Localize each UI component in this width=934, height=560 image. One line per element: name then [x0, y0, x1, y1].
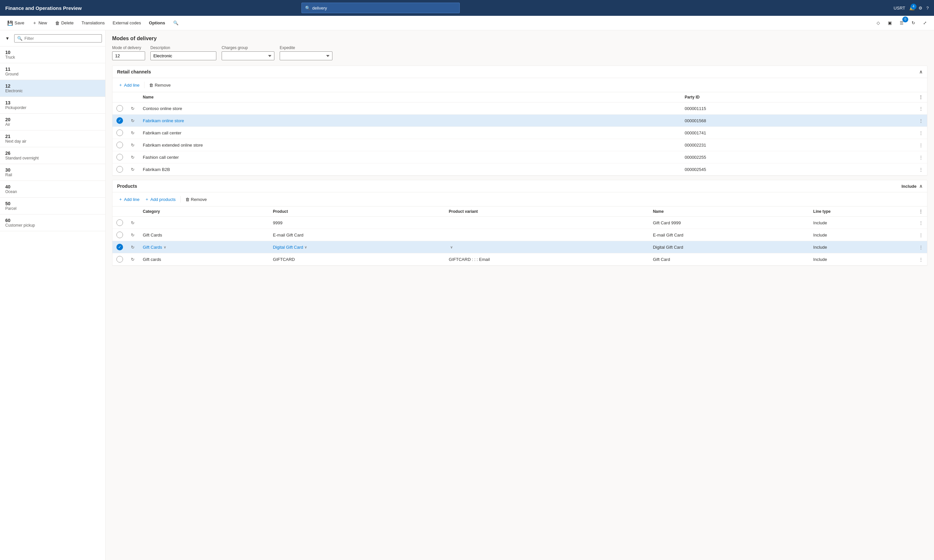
row-checkbox[interactable]: ✓	[113, 115, 127, 127]
sidebar-item-12[interactable]: 12Electronic	[0, 80, 105, 97]
th-prod-category: Category	[139, 206, 269, 217]
products-header-right: Include ∧	[902, 183, 922, 189]
app-title: Finance and Operations Preview	[5, 5, 82, 11]
username: USRT	[894, 6, 905, 11]
table-row[interactable]: ↻ Fabrikam extended online store 0000022…	[113, 139, 927, 151]
table-row[interactable]: ↻ Fashion call center 000002255 ⋮	[113, 151, 927, 163]
sidebar-item-60[interactable]: 60Customer pickup	[0, 214, 105, 231]
expand-button[interactable]: ⤢	[920, 18, 930, 28]
prod-category[interactable]: Gift Cards ∨	[139, 241, 269, 253]
rc-partyid: 000001568	[681, 115, 915, 127]
sidebar-item-50[interactable]: 50Parcel	[0, 198, 105, 214]
delete-icon: 🗑	[55, 20, 60, 26]
prod-more[interactable]: ⋮	[915, 229, 927, 241]
row-refresh[interactable]: ↻	[127, 217, 139, 229]
sidebar-item-11[interactable]: 11Ground	[0, 63, 105, 80]
right-icons: USRT 🔔 4 ⚙ ?	[894, 6, 929, 11]
table-row[interactable]: ↻ Gift Cards E-mail Gift Card E-mail Gif…	[113, 229, 927, 241]
rc-more[interactable]: ⋮	[915, 151, 927, 163]
save-button[interactable]: 💾 Save	[4, 18, 28, 28]
settings-button[interactable]: ⚙	[919, 6, 922, 11]
description-input[interactable]	[150, 51, 216, 60]
row-refresh[interactable]: ↻	[127, 127, 139, 139]
row-refresh[interactable]: ↻	[127, 115, 139, 127]
row-checkbox[interactable]	[113, 102, 127, 115]
filter-input[interactable]	[25, 36, 99, 41]
table-row[interactable]: ↻ Gift cards GIFTCARD GIFTCARD : : : Ema…	[113, 253, 927, 266]
rc-more[interactable]: ⋮	[915, 115, 927, 127]
rc-more[interactable]: ⋮	[915, 139, 927, 151]
th-prod-more[interactable]: ⋮	[915, 206, 927, 217]
table-row[interactable]: ✓ ↻ Gift Cards ∨ Digital Gift Card ∨ ∨ D…	[113, 241, 927, 253]
search-input[interactable]	[312, 6, 456, 11]
counter-button[interactable]: ☰ 0	[896, 18, 907, 28]
sidebar-item-20[interactable]: 20Air	[0, 114, 105, 131]
charges-group-select[interactable]	[222, 51, 275, 60]
sidebar-filter-icon[interactable]: ▼	[3, 33, 12, 43]
table-row[interactable]: ✓ ↻ Fabrikam online store 000001568 ⋮	[113, 115, 927, 127]
prod-remove-button[interactable]: 🗑 Remove	[184, 196, 209, 203]
th-rc-more[interactable]: ⋮	[915, 92, 927, 102]
th-rc-check	[113, 92, 127, 102]
prod-more[interactable]: ⋮	[915, 241, 927, 253]
row-refresh[interactable]: ↻	[127, 229, 139, 241]
table-row[interactable]: ↻ Fabrikam B2B 000002545 ⋮	[113, 163, 927, 175]
prod-name: Gift Card 9999	[649, 217, 809, 229]
expedite-select[interactable]	[280, 51, 332, 60]
row-checkbox[interactable]	[113, 253, 127, 266]
products-collapse[interactable]: ∧	[919, 183, 922, 189]
refresh-button[interactable]: ↻	[908, 18, 919, 28]
sidebar-item-10[interactable]: 10Truck	[0, 46, 105, 63]
sidebar-item-21[interactable]: 21Next day air	[0, 131, 105, 147]
rc-more[interactable]: ⋮	[915, 127, 927, 139]
row-checkbox[interactable]	[113, 127, 127, 139]
row-checkbox[interactable]: ✓	[113, 241, 127, 253]
sidebar-item-30[interactable]: 30Rail	[0, 164, 105, 181]
new-icon: ＋	[32, 20, 37, 26]
row-refresh[interactable]: ↻	[127, 139, 139, 151]
diamond-button[interactable]: ◇	[873, 18, 883, 28]
row-refresh[interactable]: ↻	[127, 102, 139, 115]
sidebar-item-40[interactable]: 40Ocean	[0, 181, 105, 198]
row-refresh[interactable]: ↻	[127, 163, 139, 175]
sidebar-list: 10Truck11Ground12Electronic13Pickuporder…	[0, 46, 105, 560]
search-cmd-button[interactable]: 🔍	[170, 18, 182, 28]
sidebar-item-13[interactable]: 13Pickuporder	[0, 97, 105, 114]
prod-product[interactable]: Digital Gift Card ∨	[269, 241, 445, 253]
prod-add-line-button[interactable]: ＋ Add line	[116, 195, 142, 203]
help-button[interactable]: ?	[926, 6, 929, 11]
row-checkbox[interactable]	[113, 151, 127, 163]
external-codes-button[interactable]: External codes	[110, 18, 144, 28]
row-checkbox[interactable]	[113, 139, 127, 151]
options-button[interactable]: Options	[146, 18, 168, 28]
table-row[interactable]: ↻ Fabrikam call center 000001741 ⋮	[113, 127, 927, 139]
sidebar-item-26[interactable]: 26Standard overnight	[0, 147, 105, 164]
rc-more[interactable]: ⋮	[915, 163, 927, 175]
row-checkbox[interactable]	[113, 163, 127, 175]
notification-button[interactable]: 🔔 4	[909, 6, 914, 11]
retail-channels-title: Retail channels	[117, 69, 151, 74]
view-button[interactable]: ▣	[885, 18, 895, 28]
table-row[interactable]: ↻ 9999 Gift Card 9999 Include ⋮	[113, 217, 927, 229]
rc-remove-button[interactable]: 🗑 Remove	[147, 82, 173, 89]
row-refresh[interactable]: ↻	[127, 241, 139, 253]
content-area: Modes of delivery Mode of delivery Descr…	[105, 30, 934, 560]
search-bar[interactable]: 🔍	[301, 3, 460, 13]
row-checkbox[interactable]	[113, 229, 127, 241]
new-button[interactable]: ＋ New	[29, 18, 51, 28]
table-row[interactable]: ↻ Contoso online store 000001115 ⋮	[113, 102, 927, 115]
delete-button[interactable]: 🗑 Delete	[52, 18, 77, 28]
prod-add-products-button[interactable]: ＋ Add products	[143, 195, 178, 203]
row-refresh[interactable]: ↻	[127, 253, 139, 266]
rc-name: Fashion call center	[139, 151, 681, 163]
rc-add-line-button[interactable]: ＋ Add line	[116, 81, 142, 89]
translations-button[interactable]: Translations	[78, 18, 108, 28]
rc-more[interactable]: ⋮	[915, 102, 927, 115]
prod-variant[interactable]: ∨	[445, 241, 649, 253]
retail-channels-collapse[interactable]: ∧	[919, 69, 922, 74]
row-checkbox[interactable]	[113, 217, 127, 229]
prod-more[interactable]: ⋮	[915, 217, 927, 229]
mode-of-delivery-input[interactable]	[112, 51, 145, 60]
row-refresh[interactable]: ↻	[127, 151, 139, 163]
prod-more[interactable]: ⋮	[915, 253, 927, 266]
